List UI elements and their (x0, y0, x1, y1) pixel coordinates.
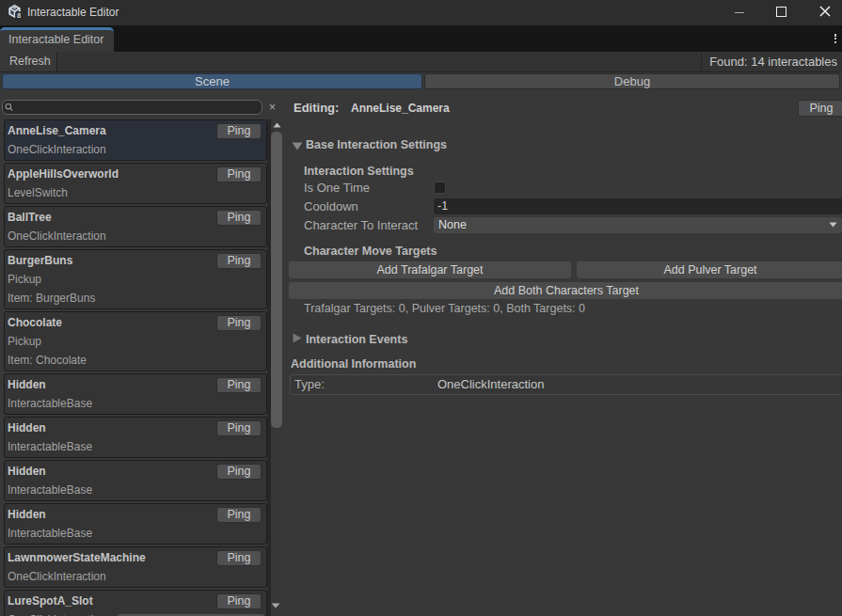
svg-text:8: 8 (17, 11, 21, 20)
